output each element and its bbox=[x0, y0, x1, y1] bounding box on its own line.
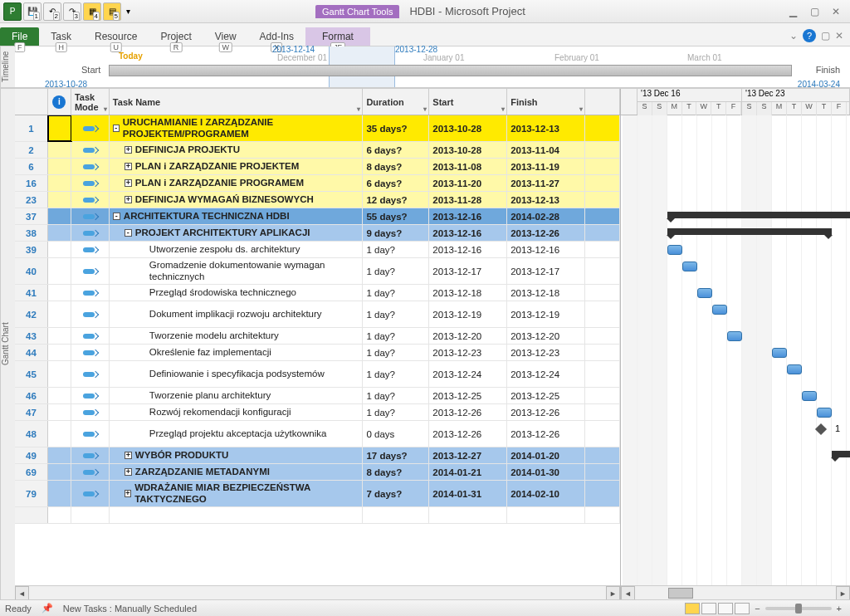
collapse-icon[interactable]: - bbox=[125, 229, 132, 237]
cell-finish[interactable]: 2013-12-23 bbox=[507, 345, 585, 360]
cell-duration[interactable]: 17 days? bbox=[363, 447, 429, 463]
table-row[interactable]: 41Przegląd środowiska technicznego1 day?… bbox=[15, 285, 620, 301]
cell-finish[interactable]: 2013-12-16 bbox=[507, 242, 585, 257]
cell-start[interactable]: 2013-12-23 bbox=[429, 345, 507, 360]
cell-extra[interactable] bbox=[585, 225, 620, 241]
task-bar[interactable] bbox=[697, 288, 712, 298]
close-icon[interactable]: ✕ bbox=[828, 6, 843, 17]
view-usage-icon[interactable] bbox=[701, 603, 716, 614]
col-start[interactable]: Start▾ bbox=[429, 89, 507, 115]
ribbon-close-icon[interactable]: ✕ bbox=[835, 30, 843, 42]
chart-scroll-right-icon[interactable]: ► bbox=[836, 586, 850, 599]
cell-info[interactable] bbox=[48, 192, 71, 208]
cell-info[interactable] bbox=[48, 142, 71, 158]
cell-start[interactable]: 2013-12-16 bbox=[429, 225, 507, 241]
cell-duration[interactable]: 8 days? bbox=[363, 159, 429, 174]
col-task-name[interactable]: Task Name▾ bbox=[110, 89, 364, 115]
cell-duration[interactable]: 12 days? bbox=[363, 192, 429, 208]
status-newtasks[interactable]: New Tasks : Manually Scheduled bbox=[63, 604, 197, 614]
help-icon[interactable]: ? bbox=[803, 29, 816, 42]
cell-duration[interactable]: 1 day? bbox=[363, 328, 429, 344]
cell-extra[interactable] bbox=[585, 285, 620, 301]
cell-finish[interactable]: 2013-11-04 bbox=[507, 142, 585, 158]
expand-icon[interactable]: + bbox=[125, 468, 132, 476]
row-id[interactable]: 6 bbox=[15, 159, 48, 174]
table-row[interactable]: 40Gromadzenie dokumentowanie wymagan tec… bbox=[15, 258, 620, 285]
cell-extra[interactable] bbox=[585, 345, 620, 360]
cell-task-name[interactable]: +PLAN i ZARZĄDZANIE PROGRAMEM bbox=[110, 175, 364, 191]
cell-mode[interactable] bbox=[71, 242, 110, 257]
cell-extra[interactable] bbox=[585, 447, 620, 463]
qat-customize[interactable]: ▾ bbox=[123, 2, 133, 21]
cell-start[interactable]: 2013-12-27 bbox=[429, 447, 507, 463]
app-icon[interactable]: P bbox=[3, 2, 22, 21]
cell-start[interactable]: 2013-12-24 bbox=[429, 361, 507, 387]
cell-task-name[interactable]: +PLAN i ZARZĄDZANIE PROJEKTEM bbox=[110, 159, 364, 174]
cell-info[interactable] bbox=[48, 447, 71, 463]
cell-extra[interactable] bbox=[585, 115, 620, 141]
cell-start[interactable]: 2013-12-16 bbox=[429, 208, 507, 224]
tab-task[interactable]: TaskH bbox=[39, 27, 83, 46]
row-id[interactable]: 39 bbox=[15, 242, 48, 257]
cell-finish[interactable]: 2013-12-13 bbox=[507, 115, 585, 141]
table-row[interactable]: 39Utworzenie zespołu ds. architektury1 d… bbox=[15, 242, 620, 258]
cell-mode[interactable] bbox=[71, 258, 110, 284]
cell-mode[interactable] bbox=[71, 328, 110, 344]
cell-mode[interactable] bbox=[71, 175, 110, 191]
row-id[interactable]: 48 bbox=[15, 421, 48, 447]
table-row[interactable]: 42Dokument implikacji rozwoju architektu… bbox=[15, 301, 620, 328]
ribbon-expand-icon[interactable]: ▢ bbox=[821, 30, 830, 42]
cell-extra[interactable] bbox=[585, 464, 620, 480]
cell-mode[interactable] bbox=[71, 464, 110, 480]
cell-task-name[interactable]: Przegląd projektu akceptacja użytkownika bbox=[110, 421, 364, 447]
cell-extra[interactable] bbox=[585, 361, 620, 387]
table-row[interactable]: 43Tworzenie modelu architektury1 day?201… bbox=[15, 328, 620, 345]
cell-task-name[interactable]: -ARCHITEKTURA TECHNICZNA HDBI bbox=[110, 208, 364, 224]
task-bar[interactable] bbox=[772, 348, 787, 358]
summary-bar[interactable] bbox=[832, 451, 850, 457]
cell-duration[interactable]: 8 days? bbox=[363, 464, 429, 480]
zoom-slider[interactable] bbox=[765, 607, 832, 610]
cell-finish[interactable]: 2013-11-19 bbox=[507, 159, 585, 174]
cell-task-name[interactable]: Utworzenie zespołu ds. architektury bbox=[110, 242, 364, 257]
cell-start[interactable]: 2014-01-31 bbox=[429, 481, 507, 506]
table-row[interactable]: 6+PLAN i ZARZĄDZANIE PROJEKTEM8 days?201… bbox=[15, 159, 620, 175]
cell-duration[interactable]: 1 day? bbox=[363, 361, 429, 387]
grid-hscroll[interactable]: ◄ ► bbox=[15, 585, 620, 599]
cell-finish[interactable]: 2014-02-28 bbox=[507, 208, 585, 224]
cell-info[interactable] bbox=[48, 464, 71, 480]
cell-start[interactable]: 2013-11-20 bbox=[429, 175, 507, 191]
cell-duration[interactable]: 0 days bbox=[363, 421, 429, 447]
expand-icon[interactable]: + bbox=[125, 146, 132, 154]
cell-finish[interactable]: 2013-12-13 bbox=[507, 192, 585, 208]
cell-finish[interactable]: 2014-01-20 bbox=[507, 447, 585, 463]
cell-extra[interactable] bbox=[585, 421, 620, 447]
col-duration[interactable]: Duration▾ bbox=[363, 89, 429, 115]
cell-mode[interactable] bbox=[71, 285, 110, 301]
row-id[interactable]: 2 bbox=[15, 142, 48, 158]
scroll-left-icon[interactable]: ◄ bbox=[15, 586, 29, 599]
cell-info[interactable] bbox=[48, 404, 71, 420]
cell-mode[interactable] bbox=[71, 225, 110, 241]
cell-extra[interactable] bbox=[585, 481, 620, 506]
row-id[interactable]: 23 bbox=[15, 192, 48, 208]
chart-scroll-left-icon[interactable]: ◄ bbox=[621, 586, 635, 599]
row-id[interactable]: 49 bbox=[15, 447, 48, 463]
cell-start[interactable]: 2013-10-28 bbox=[429, 142, 507, 158]
cell-info[interactable] bbox=[48, 285, 71, 301]
cell-mode[interactable] bbox=[71, 345, 110, 360]
col-id[interactable] bbox=[15, 89, 48, 115]
minimize-icon[interactable]: ▁ bbox=[785, 6, 800, 17]
cell-task-name[interactable]: Tworzenie planu architektury bbox=[110, 388, 364, 403]
row-id[interactable]: 47 bbox=[15, 404, 48, 420]
row-id[interactable]: 43 bbox=[15, 328, 48, 344]
timeline-bar[interactable] bbox=[109, 65, 792, 76]
ribbon-min-icon[interactable]: ⌄ bbox=[789, 30, 798, 42]
tab-format[interactable]: FormatJF bbox=[305, 27, 370, 46]
cell-duration[interactable]: 35 days? bbox=[363, 115, 429, 141]
cell-info[interactable] bbox=[48, 159, 71, 174]
cell-extra[interactable] bbox=[585, 242, 620, 257]
cell-finish[interactable]: 2013-12-25 bbox=[507, 388, 585, 403]
tab-project[interactable]: ProjectR bbox=[149, 27, 203, 46]
cell-finish[interactable]: 2013-12-26 bbox=[507, 421, 585, 447]
